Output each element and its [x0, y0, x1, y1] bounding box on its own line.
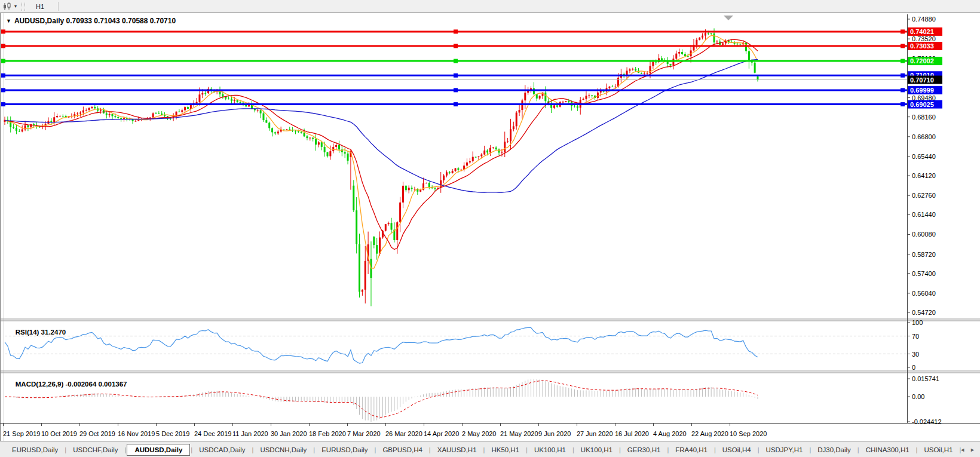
candle-body: [222, 94, 223, 97]
level-line-handle: [901, 59, 905, 63]
price-axis-tick-label: 0.57400: [912, 270, 936, 277]
chart-title-dropdown-icon[interactable]: ▼: [6, 18, 11, 24]
candle-body: [419, 190, 421, 192]
chart-tab-GBPUSD-H4[interactable]: GBPUSD,H4: [376, 444, 428, 456]
candle-body: [672, 59, 674, 65]
candle-body: [391, 223, 393, 229]
chart-tab-USDJPY-H1[interactable]: USDJPY,H1: [760, 444, 809, 456]
candle-body: [117, 117, 119, 118]
chart-tab-UK100-H1[interactable]: UK100,H1: [575, 444, 618, 456]
candle-body: [713, 33, 715, 42]
date-axis-label: 27 Jun 2020: [577, 430, 613, 437]
chart-tab-USOil-H4[interactable]: USOil,H4: [716, 444, 757, 456]
candle-body: [271, 128, 273, 133]
candle-body: [510, 129, 512, 141]
chart-tab-FRA40-H1[interactable]: FRA40,H1: [669, 444, 713, 456]
candle-body: [344, 152, 346, 154]
candle-body: [705, 33, 706, 35]
date-axis-label: 26 Mar 2020: [385, 430, 422, 437]
date-axis-label: 22 Aug 2020: [691, 430, 728, 437]
candle-body: [373, 237, 375, 245]
slow-ma-line: [5, 59, 758, 192]
candle-body: [76, 114, 78, 114]
chart-tab-USOil-H1[interactable]: USOil,H1: [918, 444, 958, 456]
chart-window: 0.748800.735200.721600.708000.694800.681…: [0, 13, 980, 441]
chart-tab-USDCNH-Daily[interactable]: USDCNH,Daily: [254, 444, 313, 456]
candle-body: [109, 114, 111, 115]
candle-body: [477, 157, 479, 157]
candle-body: [455, 168, 457, 171]
tab-separator: |: [483, 446, 485, 453]
candle-body: [321, 142, 323, 146]
candle-body: [13, 127, 14, 128]
candle-body: [443, 176, 445, 180]
tab-scroll-left-icon[interactable]: ◄: [960, 447, 965, 453]
chart-tab-USDCAD-Daily[interactable]: USDCAD,Daily: [193, 444, 251, 456]
chart-tab-GER30-H1[interactable]: GER30,H1: [621, 444, 667, 456]
level-line-handle: [1, 29, 5, 33]
chart-canvas[interactable]: 0.748800.735200.721600.708000.694800.681…: [0, 13, 980, 441]
candle-body: [260, 110, 262, 113]
date-axis-label: 21 May 2020: [500, 430, 538, 437]
candle-body: [652, 62, 654, 66]
candle-body: [100, 109, 102, 111]
chart-tab-CHINA300-H1[interactable]: CHINA300,H1: [860, 444, 915, 456]
candle-body: [304, 133, 305, 136]
fast-ma-line: [5, 35, 758, 268]
chart-tab-USDCHF-Daily[interactable]: USDCHF,Daily: [67, 444, 124, 456]
macd-title: MACD(12,26,9): [16, 381, 64, 388]
chart-tab-AUDUSD-Daily[interactable]: AUDUSD,Daily: [127, 444, 190, 456]
candle-body: [641, 73, 642, 73]
chart-tab-UK100-H1[interactable]: UK100,H1: [528, 444, 572, 456]
chart-tool-dropdown-icon[interactable]: ▾: [14, 4, 17, 9]
candle-body: [16, 128, 17, 131]
chart-title: ▼ AUDUSD,Daily 0.70933 0.71043 0.70588 0…: [6, 17, 176, 25]
candle-body: [85, 110, 87, 111]
candle-body: [134, 121, 136, 122]
level-line-handle: [901, 73, 905, 78]
candle-body: [556, 105, 558, 106]
candle-body: [466, 162, 468, 165]
candle-body: [59, 116, 61, 116]
candle-body: [286, 129, 287, 130]
chart-tab-EURUSD-Daily[interactable]: EURUSD,Daily: [316, 444, 373, 456]
scroll-to-end-icon: [724, 16, 733, 20]
timeframe-button-H1[interactable]: H1: [30, 1, 54, 12]
chart-tool-icon[interactable]: [2, 2, 14, 11]
tab-scroll-right-icon[interactable]: ►: [970, 447, 975, 453]
chart-tab-XAUUSD-H1[interactable]: XAUUSD,H1: [431, 444, 483, 456]
candle-body: [644, 73, 645, 74]
candle-body: [608, 87, 610, 88]
level-line-handle: [901, 102, 905, 106]
candle-body: [204, 93, 206, 94]
level-price-tag-text: 0.69999: [910, 87, 934, 94]
chart-tab-DJ30-Daily[interactable]: DJ30,Daily: [811, 444, 857, 456]
chart-tab-bar: EURUSD,Daily|USDCHF,Daily|AUDUSD,Daily|U…: [0, 441, 980, 457]
candle-body: [265, 120, 267, 122]
price-axis-tick-label: 0.54720: [912, 309, 936, 316]
candle-body: [739, 44, 741, 44]
candle-body: [472, 157, 474, 161]
candle-body: [449, 172, 451, 173]
candle-body: [106, 114, 108, 115]
date-axis-label: 24 Dec 2019: [194, 430, 231, 437]
candle-body: [237, 100, 238, 102]
candle-body: [681, 52, 683, 54]
chart-tab-EURUSD-Daily[interactable]: EURUSD,Daily: [6, 444, 64, 456]
candle-body: [754, 63, 756, 73]
candle-body: [603, 91, 605, 92]
candle-body: [365, 261, 366, 290]
candle-body: [710, 33, 712, 34]
chart-tabs: EURUSD,Daily|USDCHF,Daily|AUDUSD,Daily|U…: [6, 444, 961, 456]
date-axis-label: 14 Apr 2020: [424, 430, 459, 437]
candle-body: [553, 105, 555, 108]
candle-body: [544, 93, 546, 102]
tab-scroll-buttons: ◄ ►: [960, 441, 975, 457]
candle-body: [53, 117, 55, 122]
candle-body: [533, 88, 535, 94]
chart-tab-HK50-H1[interactable]: HK50,H1: [485, 444, 525, 456]
level-line-handle: [901, 44, 905, 48]
candle-body: [678, 52, 680, 54]
tab-separator: |: [714, 446, 716, 453]
candle-body: [262, 114, 264, 120]
